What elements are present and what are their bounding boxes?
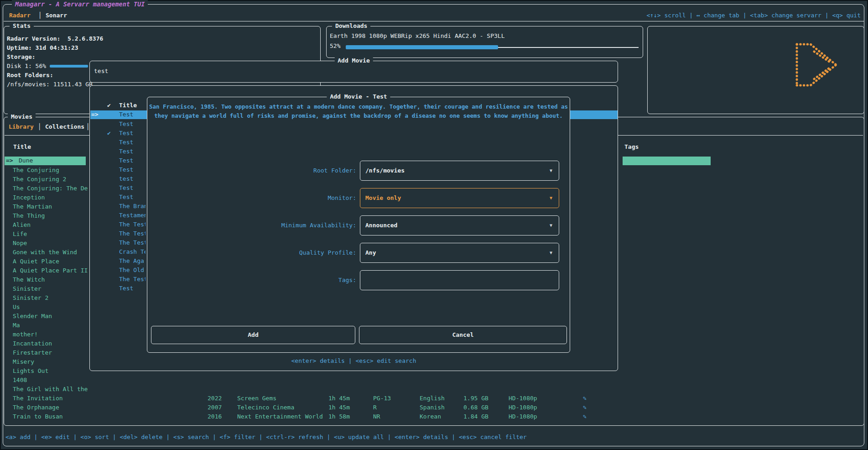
result-title[interactable]: Test bbox=[119, 110, 146, 119]
movies-header-tags: Tags bbox=[624, 142, 639, 152]
movie-title[interactable]: The Witch bbox=[13, 275, 88, 284]
selected-row-tags-highlight bbox=[623, 157, 711, 165]
chevron-down-icon: ▼ bbox=[550, 188, 552, 207]
movie-cell-year: 2007 bbox=[208, 403, 222, 412]
add-movie-search-panel: Add Movie test bbox=[89, 61, 618, 83]
result-title[interactable]: Test bbox=[119, 120, 146, 129]
movie-title[interactable]: A Quiet Place Part II bbox=[13, 266, 88, 275]
app-title: Managarr - A Servarr management TUI bbox=[12, 0, 148, 9]
movie-cell-rating: R bbox=[373, 403, 377, 412]
checkmark-icon: ✔ bbox=[107, 129, 111, 138]
movie-title[interactable]: The Conjuring: The De bbox=[13, 184, 88, 193]
cancel-button[interactable]: Cancel bbox=[359, 326, 567, 344]
field-select[interactable]: Any▼ bbox=[360, 243, 559, 263]
movie-cell-studio: Screen Gems bbox=[237, 394, 276, 403]
movie-cell-runtime: 1h 45m bbox=[328, 394, 350, 403]
result-title[interactable]: Testamen bbox=[119, 211, 146, 220]
result-title[interactable]: Crash Te bbox=[119, 247, 146, 256]
movie-title[interactable]: Us bbox=[13, 303, 88, 312]
tab-library[interactable]: Library bbox=[9, 122, 34, 131]
movie-title[interactable]: mother! bbox=[13, 330, 88, 339]
result-title[interactable]: Test bbox=[119, 156, 146, 165]
movie-title[interactable]: A Quiet Place bbox=[13, 257, 88, 266]
field-value: /nfs/movies bbox=[365, 161, 405, 180]
movie-cell-quality: HD-1080p bbox=[509, 412, 537, 421]
result-title[interactable]: The Old bbox=[119, 266, 146, 275]
managarr-logo-icon bbox=[788, 37, 844, 94]
field-value: Announced bbox=[365, 216, 397, 235]
movie-title[interactable]: 1408 bbox=[13, 376, 88, 385]
stats-panel-title: Stats bbox=[10, 21, 34, 31]
selected-movie-row-bg[interactable] bbox=[5, 157, 86, 165]
movie-title[interactable]: Lights Out bbox=[13, 366, 88, 376]
field-label: Minimum Availability: bbox=[156, 221, 356, 230]
movie-title[interactable]: Misery bbox=[13, 357, 88, 366]
chevron-down-icon: ▼ bbox=[550, 216, 552, 235]
result-title[interactable]: Test bbox=[119, 183, 146, 193]
add-button[interactable]: Add bbox=[151, 326, 355, 344]
movie-title[interactable]: The Invitation bbox=[13, 394, 88, 403]
movie-title[interactable]: Dune bbox=[19, 156, 33, 165]
tab-radarr[interactable]: Radarr bbox=[9, 11, 31, 20]
movie-title[interactable]: Gone with the Wind bbox=[13, 248, 88, 257]
field-label: Root Folder: bbox=[156, 166, 356, 175]
add-movie-search-input[interactable]: test bbox=[94, 67, 108, 76]
field-label: Monitor: bbox=[156, 194, 356, 203]
movie-title[interactable]: Inception bbox=[13, 193, 88, 202]
movie-title[interactable]: Incantation bbox=[13, 339, 88, 348]
bottom-keybind-help: <a> add | <e> edit | <o> sort | <del> de… bbox=[5, 433, 527, 442]
field-select[interactable]: /nfs/movies▼ bbox=[360, 161, 559, 181]
movie-title[interactable]: Firestarter bbox=[13, 348, 88, 357]
movie-title[interactable]: The Orphanage bbox=[13, 403, 88, 412]
pencil-icon[interactable]: ✎ bbox=[583, 394, 587, 403]
tab-collections[interactable]: Collections bbox=[45, 122, 84, 131]
result-title[interactable]: Test bbox=[119, 284, 146, 293]
library-tab-separator: │ bbox=[38, 122, 42, 131]
result-title[interactable]: The Aga bbox=[119, 256, 146, 266]
movies-header-title: Title bbox=[13, 142, 31, 152]
result-title[interactable]: The Test bbox=[119, 238, 146, 247]
field-select[interactable]: Movie only▼ bbox=[360, 188, 559, 208]
movie-title[interactable]: The Conjuring 2 bbox=[13, 175, 88, 184]
tab-separator: │ bbox=[38, 11, 42, 20]
movie-title[interactable]: Life bbox=[13, 230, 88, 239]
result-title[interactable]: The Bran bbox=[119, 202, 146, 211]
pencil-icon[interactable]: ✎ bbox=[583, 412, 587, 421]
result-title[interactable]: The Test bbox=[119, 275, 146, 284]
result-title[interactable]: Test bbox=[119, 147, 146, 156]
movie-cell-quality: HD-1080p bbox=[509, 394, 537, 403]
download-pct-label: 52% bbox=[330, 42, 340, 51]
stats-rootfolders-label: Root Folders: bbox=[7, 71, 53, 80]
field-input[interactable] bbox=[360, 270, 559, 290]
result-title[interactable]: Test bbox=[119, 129, 146, 138]
selection-marker: => bbox=[6, 156, 13, 165]
movie-title[interactable]: Slender Man bbox=[13, 312, 88, 321]
result-title[interactable]: test bbox=[119, 174, 146, 183]
movie-title[interactable]: Sinister bbox=[13, 284, 88, 293]
movie-title[interactable]: The Martian bbox=[13, 202, 88, 211]
movie-title[interactable]: Alien bbox=[13, 220, 88, 230]
result-title[interactable]: Test bbox=[119, 165, 146, 174]
results-header-check-icon: ✔ bbox=[107, 101, 111, 110]
downloads-panel-title: Downloads bbox=[332, 21, 370, 31]
result-title[interactable]: Test bbox=[119, 193, 146, 202]
result-title[interactable]: Test bbox=[119, 138, 146, 147]
movie-cell-rating: NR bbox=[373, 412, 380, 421]
movie-title[interactable]: Nope bbox=[13, 239, 88, 248]
add-movie-panel-title: Add Movie bbox=[334, 56, 373, 65]
movie-cell-runtime: 1h 58m bbox=[328, 412, 350, 421]
movie-title[interactable]: Ma bbox=[13, 321, 88, 330]
result-title[interactable]: The Test bbox=[119, 220, 146, 229]
movie-cell-year: 2022 bbox=[208, 394, 222, 403]
tab-sonarr[interactable]: Sonarr bbox=[46, 11, 67, 20]
movie-title[interactable]: Sinister 2 bbox=[13, 293, 88, 303]
results-header-title: Title bbox=[119, 101, 137, 110]
result-title[interactable]: The Test bbox=[119, 229, 146, 238]
pencil-icon[interactable]: ✎ bbox=[583, 403, 587, 412]
movie-title[interactable]: Train to Busan bbox=[13, 412, 88, 421]
tabbar-divider bbox=[4, 21, 864, 21]
movie-title[interactable]: The Girl with All the bbox=[13, 385, 88, 394]
movie-title[interactable]: The Thing bbox=[13, 211, 88, 220]
movie-title[interactable]: The Conjuring bbox=[13, 166, 88, 175]
field-select[interactable]: Announced▼ bbox=[360, 215, 559, 235]
